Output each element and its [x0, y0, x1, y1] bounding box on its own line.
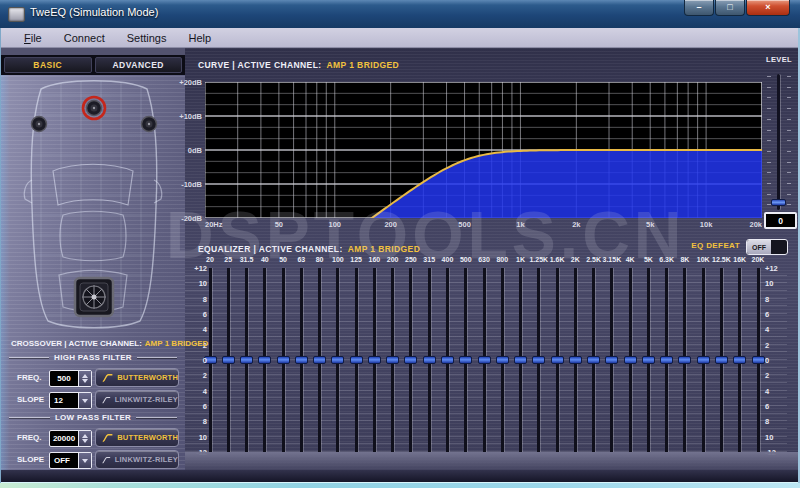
hpf-slope-dropdown-button[interactable] [78, 393, 91, 408]
eq-scale-label-left: 0 [185, 356, 207, 365]
eq-band-315: 315 [420, 250, 439, 456]
eq-scale-label-right: 6 [765, 402, 787, 411]
eq-slider-thumb[interactable] [240, 356, 253, 364]
level-tick [787, 172, 791, 173]
eq-band-50: 50 [274, 250, 293, 456]
hpf-linkwitz-riley-button[interactable]: LINKWITZ-RILEY [95, 390, 179, 409]
eq-slider-thumb[interactable] [222, 356, 235, 364]
high-pass-section-title: HIGH PASS FILTER [9, 353, 177, 362]
chevron-down-icon[interactable] [82, 459, 88, 463]
lpf-freq-spinner[interactable]: 20000 [49, 430, 92, 447]
menu-settings[interactable]: Settings [116, 30, 178, 46]
eq-scale-label-left: +12 [185, 264, 207, 273]
eq-slider-thumb[interactable] [331, 356, 344, 364]
eq-band-12.5K: 12.5K [712, 250, 731, 456]
eq-band-4K: 4K [621, 250, 640, 456]
curve-y-label: -10dB [160, 180, 202, 189]
spin-down-icon[interactable] [82, 379, 88, 383]
eq-slider-thumb[interactable] [258, 356, 271, 364]
level-slider-track[interactable] [777, 74, 780, 210]
chevron-down-icon[interactable] [82, 399, 88, 403]
tab-advanced[interactable]: ADVANCED [95, 57, 183, 73]
menu-connect[interactable]: Connect [53, 30, 116, 46]
eq-slider-thumb[interactable] [368, 356, 381, 364]
lpf-slope-dropdown[interactable]: OFF [49, 452, 92, 469]
eq-slider-thumb[interactable] [605, 356, 618, 364]
hpf-slope-dropdown[interactable]: 12 [49, 392, 92, 409]
spin-up-icon[interactable] [82, 434, 88, 438]
eq-band-2K: 2K [566, 250, 585, 456]
subwoofer-rear[interactable] [75, 278, 113, 316]
eq-slider-thumb[interactable] [514, 356, 527, 364]
curve-x-label: 5k [646, 220, 654, 229]
eq-scale-label-left: 10 [185, 279, 207, 288]
tab-basic[interactable]: BASIC [4, 57, 92, 73]
eq-slider-thumb[interactable] [624, 356, 637, 364]
hpf-butterworth-button[interactable]: BUTTERWORTH [95, 368, 179, 387]
level-tick [787, 97, 791, 98]
eq-slider-thumb[interactable] [404, 356, 417, 364]
eq-slider-thumb[interactable] [441, 356, 454, 364]
eq-band-40: 40 [255, 250, 274, 456]
eq-slider-thumb[interactable] [551, 356, 564, 364]
eq-slider-thumb[interactable] [532, 356, 545, 364]
maximize-button[interactable]: □ [715, 0, 745, 16]
hpf-freq-spinner[interactable]: 500 [49, 370, 92, 387]
level-slider-thumb[interactable] [771, 199, 786, 206]
lpf-slope-dropdown-button[interactable] [78, 453, 91, 468]
level-label: LEVEL [760, 55, 798, 64]
eq-band-63: 63 [292, 250, 311, 456]
speaker-front-center-selected[interactable] [83, 97, 105, 119]
spin-up-icon[interactable] [82, 374, 88, 378]
level-tick [767, 97, 771, 98]
eq-slider-thumb[interactable] [660, 356, 673, 364]
eq-slider-thumb[interactable] [496, 356, 509, 364]
eq-slider-thumb[interactable] [715, 356, 728, 364]
eq-slider-thumb[interactable] [569, 356, 582, 364]
minimize-button[interactable]: – [684, 0, 714, 16]
eq-slider-thumb[interactable] [277, 356, 290, 364]
mode-tabs: BASICADVANCED [1, 55, 185, 75]
hpf-freq-spin-buttons[interactable] [78, 371, 91, 386]
level-tick [787, 87, 791, 88]
eq-slider-thumb[interactable] [478, 356, 491, 364]
car-roof [60, 211, 126, 261]
eq-slider-thumb[interactable] [386, 356, 399, 364]
eq-slider-thumb[interactable] [313, 356, 326, 364]
menu-help[interactable]: Help [177, 30, 222, 46]
eq-slider-thumb[interactable] [423, 356, 436, 364]
eq-slider-thumb[interactable] [697, 356, 710, 364]
eq-slider-thumb[interactable] [459, 356, 472, 364]
level-tick [767, 87, 771, 88]
level-tick [787, 108, 791, 109]
eq-scale-label-left: 8 [185, 295, 207, 304]
curve-x-label: 50 [275, 220, 283, 229]
eq-band-100: 100 [328, 250, 347, 456]
level-tick [767, 194, 771, 195]
eq-slider-thumb[interactable] [733, 356, 746, 364]
eq-slider-thumb[interactable] [752, 356, 765, 364]
eq-scale-label-left: 2 [185, 371, 207, 380]
title-bar[interactable]: TweEQ (Simulation Mode) –□× [0, 0, 800, 29]
menu-file[interactable]: File [13, 30, 53, 46]
eq-slider-thumb[interactable] [295, 356, 308, 364]
lpf-butterworth-button[interactable]: BUTTERWORTH [95, 428, 179, 447]
curve-x-label: 500 [458, 220, 471, 229]
spin-down-icon[interactable] [82, 439, 88, 443]
level-tick [787, 183, 791, 184]
eq-scale-label-right: +12 [765, 264, 787, 273]
hpf-slope-label: SLOPE [17, 391, 44, 408]
eq-scale-label-left: 6 [185, 402, 207, 411]
eq-slider-thumb[interactable] [642, 356, 655, 364]
menu-bar: FileConnectSettingsHelp [1, 28, 799, 48]
eq-slider-thumb[interactable] [587, 356, 600, 364]
lpf-linkwitz-riley-button[interactable]: LINKWITZ-RILEY [95, 450, 179, 469]
eq-slider-thumb[interactable] [678, 356, 691, 364]
speaker-front-left[interactable] [32, 117, 47, 132]
speaker-front-right[interactable] [142, 117, 157, 132]
eq-scale-label-right: 4 [765, 325, 787, 334]
eq-slider-thumb[interactable] [350, 356, 363, 364]
lpf-freq-spin-buttons[interactable] [78, 431, 91, 446]
close-button[interactable]: × [746, 0, 790, 16]
lpf-freq-value: 20000 [50, 431, 78, 446]
